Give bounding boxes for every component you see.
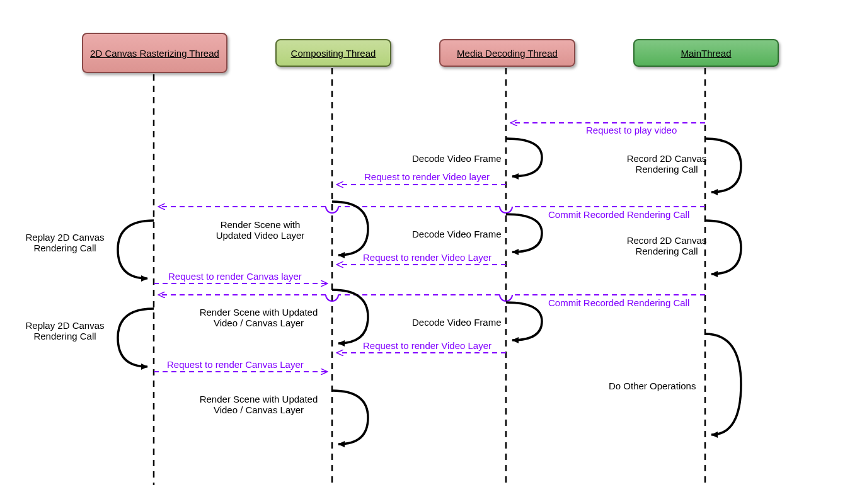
msg-request-play-video: Request to play video xyxy=(586,125,677,135)
msg-replay-2d-canvas-2: Replay 2D Canvas Rendering Call xyxy=(14,320,115,341)
msg-request-render-video-layer-3: Request to render Video Layer xyxy=(363,340,491,351)
msg-commit-recorded-call-2: Commit Recorded Rendering Call xyxy=(548,297,689,308)
msg-request-render-canvas-layer-1: Request to render Canvas layer xyxy=(168,271,302,282)
msg-decode-video-frame-1: Decode Video Frame xyxy=(412,153,501,164)
msg-request-render-video-layer-2: Request to render Video Layer xyxy=(363,252,491,263)
msg-request-render-canvas-layer-2: Request to render Canvas Layer xyxy=(167,359,304,370)
msg-decode-video-frame-2: Decode Video Frame xyxy=(412,229,501,239)
msg-do-other-operations: Do Other Operations xyxy=(609,381,696,391)
msg-render-scene-updated-video: Render Scene with Updated Video Layer xyxy=(204,219,317,241)
msg-request-render-video-layer-1: Request to render Video layer xyxy=(364,171,490,182)
msg-decode-video-frame-3: Decode Video Frame xyxy=(412,317,501,328)
msg-record-2d-canvas-call-1: Record 2D Canvas Rendering Call xyxy=(610,153,723,175)
msg-commit-recorded-call-1: Commit Recorded Rendering Call xyxy=(548,209,689,220)
msg-render-scene-updated-video-canvas-1: Render Scene with Updated Video / Canvas… xyxy=(188,307,330,328)
msg-record-2d-canvas-call-2: Record 2D Canvas Rendering Call xyxy=(610,235,723,256)
msg-render-scene-updated-video-canvas-2: Render Scene with Updated Video / Canvas… xyxy=(188,394,330,415)
msg-replay-2d-canvas-1: Replay 2D Canvas Rendering Call xyxy=(14,232,115,253)
